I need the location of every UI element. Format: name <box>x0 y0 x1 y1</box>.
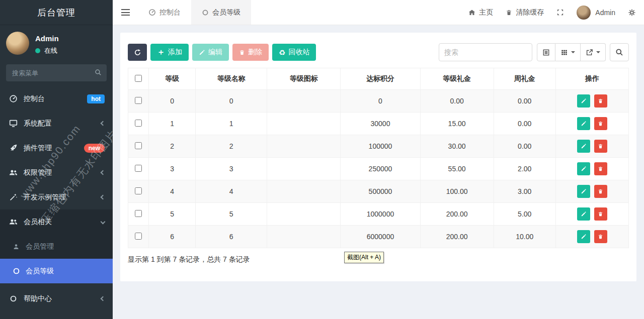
row-edit-button[interactable] <box>577 140 590 153</box>
row-edit-button[interactable] <box>577 162 590 175</box>
sidebar-item-permissions[interactable]: 权限管理 <box>0 160 113 185</box>
home-link[interactable]: 主页 <box>468 8 493 17</box>
sidebar-item-system-config[interactable]: 系统配置 <box>0 111 113 136</box>
member-level-table: 等级等级名称等级图标达标积分等级礼金周礼金操作 0 0 0 0.00 0.00 … <box>128 68 629 248</box>
caret-down-icon <box>571 51 575 53</box>
row-checkbox[interactable] <box>135 187 142 194</box>
sidebar-item-plugins[interactable]: 插件管理 new <box>0 136 113 160</box>
sidebar-item-member-related[interactable]: 会员相关 <box>0 209 113 234</box>
row-edit-button[interactable] <box>577 117 590 130</box>
cell-name: 0 <box>196 90 267 113</box>
dashboard-icon <box>148 9 156 16</box>
add-button-label: 添加 <box>168 48 182 57</box>
pencil-icon <box>581 234 587 240</box>
sidebar-item-label: 会员管理 <box>26 242 54 251</box>
clear-cache-link[interactable]: 清除缓存 <box>506 8 544 17</box>
cell-level: 3 <box>149 158 196 180</box>
member-menu-group: 会员相关 会员管理 会员等级 <box>0 209 113 283</box>
select-all-checkbox[interactable] <box>135 75 142 82</box>
cell-gift: 100.00 <box>420 180 494 203</box>
topbar-right: 主页 清除缓存 Admin <box>468 0 644 25</box>
add-button[interactable]: ＋ 添加 <box>150 44 189 61</box>
recycle-bin-button[interactable]: ♻ 回收站 <box>272 44 316 61</box>
row-edit-button[interactable] <box>577 94 590 108</box>
row-checkbox[interactable] <box>135 97 142 104</box>
row-checkbox[interactable] <box>135 233 142 240</box>
chevron-left-icon <box>101 296 106 301</box>
sidebar-item-dev-examples[interactable]: 开发示例管理 <box>0 185 113 209</box>
sidebar-item-member-level[interactable]: 会员等级 <box>0 259 113 283</box>
cell-score: 0 <box>341 90 420 113</box>
table-search-input[interactable] <box>439 43 532 61</box>
row-checkbox[interactable] <box>135 165 142 172</box>
topbar-user-name: Admin <box>595 9 615 17</box>
row-delete-button[interactable] <box>594 207 607 221</box>
edit-button-label: 编辑 <box>208 48 222 57</box>
table-row: 0 0 0 0.00 0.00 <box>128 90 629 113</box>
settings-gear-icon[interactable] <box>628 9 636 17</box>
row-delete-button[interactable] <box>594 140 607 153</box>
search-toggle-button[interactable] <box>610 43 629 61</box>
sidebar-item-dashboard[interactable]: 控制台 hot <box>0 86 113 111</box>
table-row: 4 4 500000 100.00 3.00 <box>128 180 629 203</box>
row-delete-button[interactable] <box>594 185 607 198</box>
screenshot-tooltip: 截图(Alt + A) <box>344 252 384 263</box>
row-checkbox[interactable] <box>135 142 142 149</box>
cell-name: 6 <box>196 226 267 248</box>
caret-down-icon <box>596 51 600 53</box>
row-checkbox[interactable] <box>135 210 142 217</box>
columns-button[interactable] <box>555 43 581 61</box>
detail-view-button[interactable] <box>537 43 555 61</box>
column-header: 等级名称 <box>196 68 267 90</box>
cell-gift: 200.00 <box>420 226 494 248</box>
users-group-icon <box>8 168 18 178</box>
row-checkbox-cell <box>128 113 149 135</box>
pencil-icon <box>581 166 587 172</box>
user-name: Admin <box>35 34 59 43</box>
magic-wand-icon <box>8 192 18 202</box>
cell-name: 3 <box>196 158 267 180</box>
row-checkbox[interactable] <box>135 120 142 127</box>
row-edit-button[interactable] <box>577 185 590 198</box>
table-row: 1 1 30000 15.00 0.00 <box>128 113 629 135</box>
toolbar-right <box>439 43 629 61</box>
column-header: 等级礼金 <box>420 68 494 90</box>
view-button-group <box>537 43 606 61</box>
menu-search-input[interactable] <box>6 64 107 81</box>
edit-button[interactable]: 编辑 <box>192 44 229 61</box>
cell-operations <box>555 113 628 135</box>
row-delete-button[interactable] <box>594 162 607 175</box>
sidebar-item-help-center[interactable]: 帮助中心 <box>0 286 113 311</box>
cell-score: 500000 <box>341 180 420 203</box>
row-edit-button[interactable] <box>577 230 590 243</box>
delete-button[interactable]: 删除 <box>232 44 269 61</box>
monitor-icon <box>8 119 18 129</box>
cell-level: 0 <box>149 90 196 113</box>
row-edit-button[interactable] <box>577 207 590 221</box>
export-button[interactable] <box>581 43 606 61</box>
pencil-icon <box>581 121 587 127</box>
row-delete-button[interactable] <box>594 117 607 130</box>
table-header-row: 等级等级名称等级图标达标积分等级礼金周礼金操作 <box>128 68 629 90</box>
table-row: 3 3 250000 55.00 2.00 <box>128 158 629 180</box>
detail-view-icon <box>542 49 550 56</box>
circle-icon <box>11 266 21 276</box>
fullscreen-icon[interactable] <box>556 9 564 16</box>
delete-button-label: 删除 <box>248 48 262 57</box>
refresh-button[interactable] <box>128 44 147 61</box>
sidebar-item-label: 会员等级 <box>26 267 54 276</box>
user-menu[interactable]: Admin <box>577 6 615 20</box>
tab-member-level[interactable]: 会员等级 <box>191 0 251 25</box>
sidebar-menu: 控制台 hot 系统配置 插件管理 new 权限管理 <box>0 86 113 311</box>
tab-dashboard[interactable]: 控制台 <box>138 0 191 25</box>
cell-icon <box>267 226 341 248</box>
sidebar-item-member-management[interactable]: 会员管理 <box>0 234 113 259</box>
row-delete-button[interactable] <box>594 230 607 243</box>
row-delete-button[interactable] <box>594 94 607 108</box>
user-icon <box>11 242 21 252</box>
cell-gift: 30.00 <box>420 135 494 158</box>
avatar[interactable] <box>6 32 29 55</box>
sidebar-toggle-button[interactable] <box>113 0 138 25</box>
row-checkbox-cell <box>128 180 149 203</box>
cell-name: 1 <box>196 113 267 135</box>
